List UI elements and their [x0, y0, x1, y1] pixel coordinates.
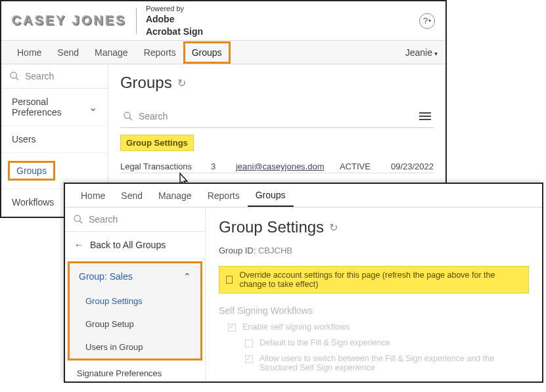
body: Search ← Back to All Groups Group: Sales… [65, 207, 542, 381]
sidebar-item-label: Personal Preferences [12, 97, 89, 118]
nav-manage[interactable]: Manage [87, 42, 136, 63]
sidebar-item-label: Groups [8, 161, 55, 181]
sidebar-item-users[interactable]: Users [1, 126, 108, 153]
powered-by: Powered by Adobe Acrobat Sign [146, 4, 203, 37]
powered-by-label: Powered by [146, 4, 203, 13]
nav-bar: Home Send Manage Reports Groups Jeanie [1, 41, 445, 64]
nav-home[interactable]: Home [73, 185, 113, 206]
nav-home[interactable]: Home [9, 42, 49, 63]
group-id-value: CBJCHB [258, 246, 292, 255]
page-title: Group Settings ↻ [219, 218, 529, 236]
search-icon [9, 71, 20, 81]
svg-point-4 [74, 215, 80, 221]
divider [136, 8, 137, 34]
arrow-left-icon: ← [74, 240, 83, 250]
cell-name: Legal Transactions [120, 162, 199, 171]
back-to-all-groups[interactable]: ← Back to All Groups [65, 232, 205, 259]
sidebar-search-label: Search [89, 214, 118, 225]
adobe-label: Adobe [146, 13, 203, 25]
search-icon [73, 214, 83, 225]
nav-reports[interactable]: Reports [136, 42, 184, 63]
sidebar-search[interactable]: Search [65, 207, 205, 232]
sidebar-search-label: Search [25, 71, 54, 81]
nav-send[interactable]: Send [113, 185, 150, 206]
sidebar-item-personal-preferences[interactable]: Personal Preferences [1, 89, 108, 126]
page-title: Groups ↻ [120, 74, 434, 92]
group-submenu: Group Settings Group Setup Users in Grou… [68, 290, 202, 360]
submenu-users-in-group[interactable]: Users in Group [70, 336, 200, 359]
back-label: Back to All Groups [90, 240, 166, 250]
cell-date: 09/23/2022 [391, 162, 434, 171]
sidebar: Search ← Back to All Groups Group: Sales… [65, 207, 206, 381]
group-settings-badge[interactable]: Group Settings [120, 135, 194, 151]
submenu-group-setup[interactable]: Group Setup [70, 313, 200, 336]
override-label: Override account settings for this page … [239, 271, 522, 289]
checkbox-icon[interactable] [245, 339, 253, 347]
checkbox-icon[interactable] [245, 355, 253, 363]
app-header: CASEY JONES Powered by Adobe Acrobat Sig… [1, 1, 445, 41]
table-row[interactable]: Legal Transactions 3 jeani@caseyjones.do… [120, 162, 434, 173]
cell-count: 3 [211, 162, 224, 171]
submenu-group-settings[interactable]: Group Settings [70, 290, 200, 313]
override-account-settings[interactable]: Override account settings for this page … [219, 266, 529, 294]
cell-email[interactable]: jeani@caseyjones.dom [236, 162, 328, 171]
svg-line-3 [129, 118, 132, 120]
nav-bar: Home Send Manage Reports Groups [65, 184, 542, 207]
help-icon[interactable]: ?▾ [419, 13, 435, 29]
user-menu[interactable]: Jeanie [405, 47, 438, 58]
option-label: Allow users to switch between the Fill &… [260, 354, 529, 372]
panel-group-settings: Home Send Manage Reports Groups Search ←… [64, 183, 543, 383]
sidebar-item-signature-preferences[interactable]: Signature Preferences [65, 360, 205, 386]
svg-line-5 [80, 221, 82, 223]
search-placeholder: Search [139, 111, 168, 121]
menu-icon[interactable] [419, 110, 431, 122]
group-id: Group ID: CBJCHB [219, 246, 529, 255]
option-enable-self-signing[interactable]: Enable self signing workflows [219, 322, 529, 332]
brand-logo: CASEY JONES [12, 13, 127, 28]
nav-manage[interactable]: Manage [150, 185, 200, 206]
group-id-label: Group ID: [219, 246, 256, 255]
refresh-icon[interactable]: ↻ [329, 221, 338, 234]
page-title-text: Groups [120, 74, 172, 92]
group-header[interactable]: Group: Sales [68, 261, 202, 290]
svg-point-2 [124, 112, 130, 118]
option-label: Default to the Fill & Sign experience [260, 338, 390, 347]
cell-status: ACTIVE [340, 162, 379, 171]
page-title-text: Group Settings [219, 218, 324, 236]
option-label: Enable self signing workflows [242, 322, 350, 332]
sidebar-search[interactable]: Search [1, 64, 108, 89]
main-content: Group Settings ↻ Group ID: CBJCHB Overri… [206, 207, 542, 381]
option-default-fill-sign[interactable]: Default to the Fill & Sign experience [219, 338, 529, 347]
refresh-icon[interactable]: ↻ [177, 77, 186, 89]
svg-point-0 [11, 72, 16, 78]
nav-groups[interactable]: Groups [184, 42, 230, 63]
search-icon [123, 111, 133, 121]
checkbox-icon[interactable] [226, 276, 233, 284]
checkbox-icon[interactable] [228, 324, 236, 332]
nav-send[interactable]: Send [49, 42, 87, 63]
nav-reports[interactable]: Reports [200, 185, 248, 206]
acrobat-label: Acrobat Sign [146, 26, 203, 37]
nav-groups[interactable]: Groups [248, 185, 294, 207]
section-heading: Self Signing Workflows [219, 305, 529, 316]
group-name: Group: Sales [79, 271, 133, 282]
group-search[interactable]: Search [120, 105, 434, 128]
option-allow-switch[interactable]: Allow users to switch between the Fill &… [219, 354, 529, 372]
svg-line-1 [16, 77, 18, 80]
